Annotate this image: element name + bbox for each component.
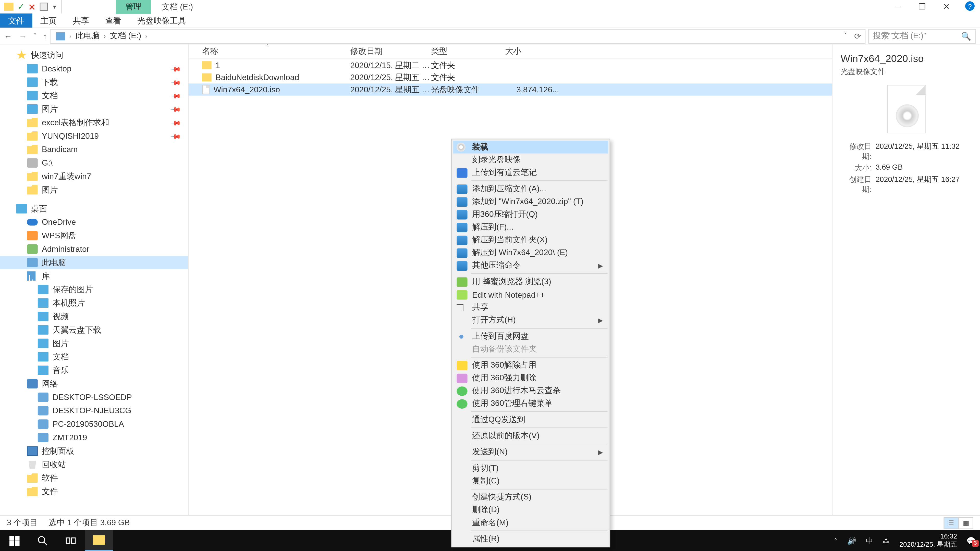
header-size[interactable]: 大小 <box>505 46 559 57</box>
search-icon[interactable]: 🔍 <box>961 32 971 41</box>
menu-item[interactable]: 解压到(F)... <box>453 221 608 233</box>
menu-item[interactable]: 使用 360管理右键菜单 <box>453 397 608 410</box>
volume-icon[interactable]: 🔊 <box>847 536 856 545</box>
tree-item[interactable]: OneDrive <box>0 216 188 229</box>
menu-item[interactable]: 解压到当前文件夹(X) <box>453 233 608 246</box>
menu-item[interactable]: 共享 <box>453 301 608 314</box>
tree-item[interactable]: 回收站 <box>0 458 188 472</box>
file-row[interactable]: BaiduNetdiskDownload 2020/12/25, 星期五 1..… <box>189 71 832 84</box>
tree-item[interactable]: Administrator <box>0 242 188 256</box>
menu-item[interactable]: 剪切(T) <box>453 462 608 475</box>
ribbon-tab-home[interactable]: 主页 <box>32 14 65 27</box>
tree-item[interactable]: WPS网盘 <box>0 229 188 242</box>
tree-item[interactable]: 图片 <box>0 183 188 197</box>
check-icon[interactable]: ✓ <box>18 2 24 11</box>
icons-view-button[interactable]: ▦ <box>959 517 974 529</box>
chevron-right-icon[interactable]: › <box>69 33 72 39</box>
close-button[interactable]: ✕ <box>941 1 952 12</box>
tree-quick-access[interactable]: 快速访问 <box>0 48 188 62</box>
tree-item[interactable]: Bandicam <box>0 143 188 156</box>
menu-item[interactable]: 用 蜂蜜浏览器 浏览(3) <box>453 275 608 288</box>
menu-item[interactable]: 上传到百度网盘 <box>453 330 608 343</box>
menu-item[interactable]: 属性(R) <box>453 533 608 545</box>
ribbon-tab-view[interactable]: 查看 <box>97 14 129 27</box>
menu-item[interactable]: 上传到有道云笔记 <box>453 166 608 179</box>
ribbon-tab-disc-tools[interactable]: 光盘映像工具 <box>129 14 194 27</box>
header-date[interactable]: 修改日期 <box>350 46 431 57</box>
tree-item[interactable]: DESKTOP-LSSOEDP <box>0 391 188 404</box>
cross-icon[interactable]: ✕ <box>28 2 36 12</box>
menu-item[interactable]: 添加到 "Win7x64_2020.zip" (T) <box>453 195 608 208</box>
history-dropdown[interactable]: ˅ <box>844 32 847 41</box>
menu-item[interactable]: 使用 360解除占用 <box>453 359 608 372</box>
menu-item[interactable]: 打开方式(H) ▶ <box>453 314 608 327</box>
tree-item[interactable]: 下载 📌 <box>0 76 188 89</box>
tree-item[interactable]: 文档 📌 <box>0 89 188 102</box>
menu-item[interactable]: 创建快捷方式(S) <box>453 491 608 503</box>
menu-item[interactable]: 还原以前的版本(V) <box>453 430 608 442</box>
column-headers[interactable]: ˄ 名称 修改日期 类型 大小 <box>189 44 832 59</box>
header-type[interactable]: 类型 <box>431 46 505 57</box>
forward-button[interactable]: → <box>19 32 27 41</box>
minimize-button[interactable]: ─ <box>892 1 903 12</box>
dropdown-icon[interactable]: ▼ <box>52 4 57 10</box>
menu-item[interactable]: Edit with Notepad++ <box>453 288 608 301</box>
action-center-button[interactable]: 💬 <box>966 536 976 545</box>
tree-item[interactable]: excel表格制作求和 📌 <box>0 116 188 129</box>
ime-indicator[interactable]: 中 <box>865 535 873 546</box>
tree-item[interactable]: G:\ <box>0 156 188 170</box>
menu-item[interactable]: 重命名(M) <box>453 516 608 529</box>
search-box[interactable]: 搜索"文档 (E:)" 🔍 <box>868 29 976 43</box>
details-view-button[interactable]: ☰ <box>944 517 959 529</box>
maximize-button[interactable]: ❐ <box>917 1 928 12</box>
tree-item[interactable]: PC-20190530OBLA <box>0 417 188 431</box>
tree-item[interactable]: 音乐 <box>0 364 188 377</box>
menu-item[interactable]: 发送到(N) ▶ <box>453 446 608 458</box>
navigation-tree[interactable]: 快速访问 Desktop 📌 下载 📌 文档 📌 图片 📌 excel表格制作求… <box>0 44 189 515</box>
tree-item[interactable]: 图片 📌 <box>0 102 188 116</box>
file-row[interactable]: 1 2020/12/15, 星期二 1... 文件夹 <box>189 59 832 71</box>
breadcrumb-item[interactable]: 此电脑 <box>76 30 100 42</box>
tree-item[interactable]: 视频 <box>0 310 188 323</box>
start-button[interactable] <box>0 530 28 551</box>
menu-item[interactable]: 其他压缩命令 ▶ <box>453 259 608 272</box>
recent-dropdown[interactable]: ˅ <box>34 33 37 39</box>
chevron-right-icon[interactable]: › <box>103 33 106 39</box>
menu-item[interactable]: 刻录光盘映像 <box>453 154 608 166</box>
properties-icon[interactable] <box>40 3 48 11</box>
menu-item[interactable]: 删除(D) <box>453 503 608 516</box>
tree-item[interactable]: ZMT2019 <box>0 431 188 445</box>
tree-item[interactable]: 库 <box>0 269 188 283</box>
taskbar-search-button[interactable] <box>28 530 57 551</box>
network-icon[interactable]: 🖧 <box>883 537 890 545</box>
tree-item[interactable]: 本机照片 <box>0 296 188 310</box>
help-icon[interactable]: ? <box>965 1 975 11</box>
menu-item[interactable]: 通过QQ发送到 <box>453 413 608 426</box>
breadcrumb-path[interactable]: › 此电脑 › 文档 (E:) › ˅ ⟳ <box>50 29 865 43</box>
tree-item[interactable]: 文档 <box>0 350 188 364</box>
tree-item[interactable]: 此电脑 <box>0 256 188 269</box>
tree-item[interactable]: 控制面板 <box>0 445 188 458</box>
tree-item[interactable]: 图片 <box>0 337 188 350</box>
tree-item[interactable]: win7重装win7 <box>0 170 188 183</box>
tree-item[interactable]: DESKTOP-NJEU3CG <box>0 404 188 418</box>
tree-item[interactable]: 软件 <box>0 471 188 485</box>
taskbar-explorer-button[interactable] <box>85 530 113 551</box>
menu-item[interactable]: 解压到 Win7x64_2020\ (E) <box>453 246 608 259</box>
breadcrumb-item[interactable]: 文档 (E:) <box>110 30 141 42</box>
menu-item[interactable]: 复制(C) <box>453 475 608 487</box>
refresh-button[interactable]: ⟳ <box>854 32 861 41</box>
tree-item[interactable]: YUNQISHI2019 📌 <box>0 129 188 143</box>
menu-item[interactable]: 用360压缩打开(Q) <box>453 208 608 221</box>
file-list[interactable]: ˄ 名称 修改日期 类型 大小 1 2020/12/15, 星期二 1... 文… <box>189 44 832 515</box>
menu-item[interactable]: 使用 360强力删除 <box>453 372 608 384</box>
tree-item[interactable]: 网络 <box>0 377 188 391</box>
back-button[interactable]: ← <box>4 32 12 41</box>
file-row[interactable]: Win7x64_2020.iso 2020/12/25, 星期五 1... 光盘… <box>189 83 832 96</box>
up-button[interactable]: ↑ <box>43 32 47 41</box>
ribbon-tab-share[interactable]: 共享 <box>65 14 97 27</box>
taskbar-clock[interactable]: 16:32 2020/12/25, 星期五 <box>899 533 957 549</box>
chevron-right-icon[interactable]: › <box>145 33 147 39</box>
tree-item[interactable]: 天翼云盘下载 <box>0 323 188 337</box>
tree-item[interactable]: Desktop 📌 <box>0 62 188 76</box>
